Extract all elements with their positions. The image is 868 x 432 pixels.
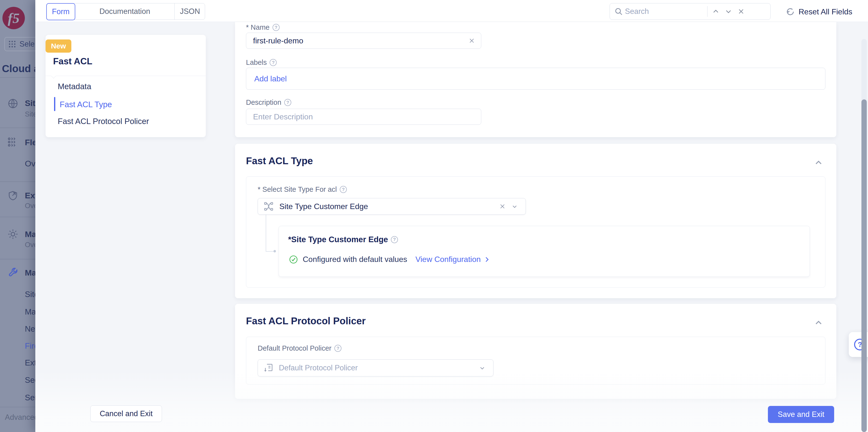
chevron-right-icon[interactable] [483, 256, 491, 263]
divider [0, 181, 35, 182]
sidebar-item-sites[interactable]: Sites [25, 98, 35, 108]
sidebar-item-managed[interactable]: Man [25, 230, 35, 239]
add-label-link[interactable]: Add label [254, 74, 287, 83]
help-icon[interactable]: ? [270, 59, 277, 66]
shuffle-icon [264, 202, 274, 211]
reset-icon [785, 7, 795, 17]
sidebar-item-services[interactable]: Servi [25, 393, 35, 402]
chevron-down-icon[interactable] [508, 200, 521, 212]
connector-line [266, 251, 275, 252]
labels-label-text: Labels [246, 58, 267, 66]
clear-site-type-icon[interactable] [496, 200, 508, 212]
nested-title: *Site Type Customer Edge [288, 235, 388, 244]
section-title: Fast ACL Type [246, 155, 313, 166]
connector-line [266, 215, 266, 252]
default-protocol-policer-label: Default Protocol Policer ? [258, 344, 341, 352]
scrollbar-thumb[interactable] [861, 99, 867, 432]
sidebar-subitem[interactable]: Site M [25, 110, 35, 118]
help-icon[interactable]: ? [391, 236, 398, 243]
fast-acl-form-panel: Form Documentation JSON [35, 0, 868, 432]
site-type-group-box: * Select Site Type For acl ? Site Type C… [246, 176, 826, 288]
tab-json[interactable]: JSON [175, 3, 205, 20]
advanced-toggle[interactable]: Advanced [5, 413, 35, 422]
new-badge: New [45, 39, 71, 53]
section-title: Fast ACL Protocol Policer [246, 316, 366, 326]
active-item-bar [54, 97, 55, 111]
site-type-select[interactable]: Site Type Customer Edge [258, 198, 526, 215]
form-search [610, 3, 771, 20]
divider [707, 6, 708, 17]
sidebar-item-external[interactable]: Exte [25, 191, 35, 200]
description-field-label: Description ? [246, 98, 291, 107]
config-status-row: Configured with default values View Conf… [289, 255, 491, 264]
help-icon[interactable]: ? [273, 24, 280, 31]
sidebar-item-fleets[interactable]: Flee [25, 138, 35, 147]
wrench-icon [7, 267, 19, 278]
divider [0, 259, 35, 259]
default-protocol-policer-select[interactable]: Default Protocol Policer [258, 359, 493, 376]
sidebar-item-firewall-active[interactable]: Firew [25, 341, 35, 351]
form-header: Form Documentation JSON [35, 0, 868, 22]
select-service-label: Sele [20, 40, 35, 49]
description-input-wrap [246, 109, 481, 125]
app-sidebar: f5 Sele Cloud a Sites Site M [0, 0, 35, 432]
check-circle-icon [289, 255, 298, 264]
name-input[interactable] [253, 36, 466, 45]
help-icon[interactable]: ? [334, 345, 341, 352]
tab-form[interactable]: Form [46, 3, 75, 20]
f5-logo: f5 [2, 7, 25, 29]
wizard-item-metadata[interactable]: Metadata [58, 82, 91, 91]
collapse-section-icon[interactable] [812, 156, 826, 170]
sidebar-item-site-management[interactable]: Site M [25, 290, 35, 299]
policer-label-text: Default Protocol Policer [258, 344, 332, 352]
name-label-text: * Name [246, 23, 270, 31]
connector-dot [274, 250, 276, 253]
view-configuration-link[interactable]: View Configuration [415, 255, 481, 264]
fleet-icon [7, 137, 19, 148]
wizard-item-fast-acl-protocol-policer[interactable]: Fast ACL Protocol Policer [58, 117, 149, 126]
sidebar-item-networking[interactable]: Netw [25, 324, 35, 334]
chevron-up-icon[interactable] [709, 5, 722, 18]
config-status-text: Configured with default values [303, 255, 407, 264]
sidebar-item-external-sub[interactable]: Exter [25, 358, 35, 368]
waffle-icon [8, 40, 16, 48]
cancel-and-exit-button[interactable]: Cancel and Exit [90, 405, 162, 422]
description-input[interactable] [253, 112, 474, 121]
sidebar-item-manage[interactable]: Man [25, 268, 35, 278]
tab-documentation[interactable]: Documentation [75, 3, 175, 20]
policer-select-placeholder: Default Protocol Policer [279, 364, 476, 372]
fast-acl-protocol-policer-card: Fast ACL Protocol Policer Default Protoc… [235, 304, 836, 399]
clear-name-icon[interactable] [466, 35, 477, 47]
search-icon [612, 5, 625, 18]
help-icon[interactable]: ? [340, 186, 347, 193]
gear-icon [7, 229, 19, 240]
fast-acl-type-card: Fast ACL Type * Select Site Type For acl… [235, 144, 836, 298]
search-input[interactable] [625, 7, 705, 16]
description-label-text: Description [246, 98, 281, 107]
clear-search-icon[interactable] [735, 5, 747, 18]
site-type-config-card: *Site Type Customer Edge ? Configured wi… [279, 226, 810, 277]
help-icon[interactable]: ? [284, 99, 291, 106]
wizard-item-fast-acl-type[interactable]: Fast ACL Type [60, 100, 112, 109]
labels-field-label: Labels ? [246, 58, 277, 66]
policer-group-box: Default Protocol Policer ? Default Proto… [246, 337, 826, 384]
wizard-nav-card: New Fast ACL Metadata Fast ACL Type Fast… [45, 35, 206, 137]
chevron-down-icon[interactable] [476, 362, 488, 374]
sidebar-item-secrets[interactable]: Secr [25, 375, 35, 385]
sidebar-section-title: Cloud a [2, 63, 35, 75]
collapse-section-icon[interactable] [812, 316, 826, 330]
reset-all-fields-button[interactable]: Reset All Fields [785, 5, 852, 19]
save-and-exit-button[interactable]: Save and Exit [768, 406, 834, 423]
name-field-label: * Name ? [246, 23, 280, 31]
chevron-down-icon[interactable] [722, 5, 735, 18]
sidebar-item-manage-sub[interactable]: Mana [25, 307, 35, 317]
sidebar-subitem[interactable]: Overv [25, 241, 35, 249]
policer-doc-icon [264, 363, 274, 373]
select-site-type-label-text: * Select Site Type For acl [258, 185, 337, 194]
site-type-select-value: Site Type Customer Edge [279, 202, 496, 211]
sidebar-subitem-overview[interactable]: Over [25, 159, 35, 168]
sidebar-subitem[interactable]: Overv [25, 202, 35, 210]
divider [0, 217, 35, 217]
reset-label: Reset All Fields [799, 7, 852, 16]
select-service-button[interactable]: Sele [4, 37, 35, 51]
